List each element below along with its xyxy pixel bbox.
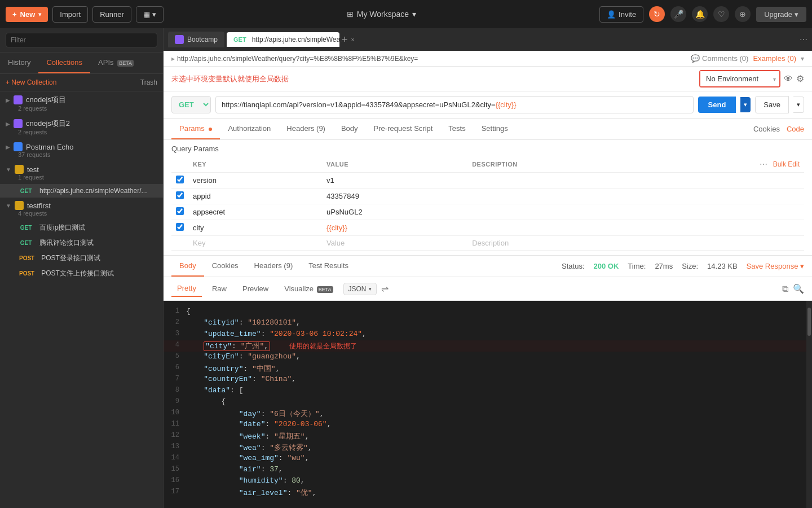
tab-bootcamp[interactable]: Bootcamp — [168, 32, 224, 47]
tab-body[interactable]: Body — [333, 119, 366, 139]
code-link[interactable]: Code — [787, 125, 804, 133]
placeholder-value[interactable]: Value — [322, 236, 467, 251]
save-button[interactable]: Save — [755, 96, 789, 113]
method-badge-get: GET — [17, 239, 35, 247]
url-text: https://tianqiapi.com/api?version=v1&app… — [222, 100, 496, 109]
tab-settings[interactable]: Settings — [474, 119, 516, 139]
param-desc[interactable] — [467, 220, 645, 236]
param-value[interactable]: uPsNuGL2 — [322, 204, 467, 220]
param-key[interactable]: city — [188, 220, 322, 236]
table-row-empty: Key Value Description — [171, 236, 804, 251]
param-value[interactable]: 43357849 — [322, 189, 467, 204]
tab-headers[interactable]: Headers (9) — [279, 119, 333, 139]
param-key[interactable]: version — [188, 173, 322, 189]
list-item[interactable]: ▶ Postman Echo 37 requests — [0, 139, 163, 161]
row-checkbox[interactable] — [176, 176, 184, 183]
new-collection-button[interactable]: + New Collection — [6, 78, 56, 86]
body-tab-preview[interactable]: Preview — [237, 281, 274, 296]
tab-authorization[interactable]: Authorization — [220, 119, 279, 139]
resp-tab-right: Status: 200 OK Time: 27ms Size: 14.23 KB… — [562, 262, 804, 270]
row-checkbox[interactable] — [176, 191, 184, 199]
environment-select[interactable]: No Environment — [700, 71, 779, 86]
request-name: 百度ip接口测试 — [39, 223, 85, 233]
mic-icon[interactable]: 🎤 — [670, 6, 686, 22]
cookies-link[interactable]: Cookies — [753, 125, 780, 133]
response-tabs-bar: Body Cookies Headers (9) Test Results St… — [164, 256, 812, 277]
row-checkbox[interactable] — [176, 223, 184, 231]
param-desc[interactable] — [467, 189, 645, 204]
plus-icon: + — [12, 10, 17, 19]
layout-button[interactable]: ▦ ▾ — [136, 6, 164, 23]
new-button[interactable]: + New ▾ — [6, 7, 48, 22]
list-item[interactable]: ▼ testfirst 4 requests — [0, 198, 163, 220]
method-select[interactable]: GET — [171, 96, 211, 113]
tab-active-request[interactable]: GET http://apis.juhe.cn/simpleWeat... × — [227, 32, 339, 47]
param-value[interactable]: v1 — [322, 173, 467, 189]
copy-icon-button[interactable]: ⧉ — [782, 283, 788, 294]
search-icon-button[interactable]: 🔍 — [793, 283, 804, 294]
request-item[interactable]: POST POST文件上传接口测试 — [0, 266, 163, 281]
request-name: http://apis.juhe.cn/simpleWeather/... — [39, 187, 147, 195]
eye-icon-button[interactable]: 👁 — [784, 74, 793, 84]
request-item[interactable]: POST POST登录接口测试 — [0, 251, 163, 266]
workspace-selector[interactable]: ⊞ My Workspace ▾ — [168, 10, 595, 19]
list-item[interactable]: ▶ cnodejs项目2 2 requests — [0, 115, 163, 139]
upgrade-button[interactable]: Upgrade ▾ — [756, 7, 806, 22]
collection-meta: 2 requests — [18, 129, 157, 135]
send-button[interactable]: Send — [698, 97, 736, 113]
trash-button[interactable]: Trash — [140, 78, 157, 86]
param-value-orange[interactable]: {{city}} — [322, 220, 467, 236]
tab-tests[interactable]: Tests — [440, 119, 473, 139]
code-view[interactable]: 1 { 2 "cityid": "101280101", 3 "update_t… — [164, 301, 812, 508]
resp-tab-test-results[interactable]: Test Results — [301, 256, 356, 277]
tab-pre-request[interactable]: Pre-request Script — [366, 119, 441, 139]
close-icon[interactable]: × — [351, 37, 355, 43]
body-tab-raw[interactable]: Raw — [206, 281, 232, 296]
notification-icon[interactable]: 🔔 — [692, 6, 708, 22]
runner-button[interactable]: Runner — [92, 6, 131, 23]
heart-icon[interactable]: ♡ — [713, 6, 729, 22]
filter-icon-button[interactable]: ⇌ — [381, 283, 389, 294]
request-item[interactable]: GET 百度ip接口测试 — [0, 220, 163, 235]
param-desc[interactable] — [467, 173, 645, 189]
tab-collections[interactable]: Collections — [38, 52, 90, 73]
examples-link[interactable]: Examples (0) — [753, 54, 796, 63]
url-display[interactable]: https://tianqiapi.com/api?version=v1&app… — [215, 96, 694, 113]
tab-params[interactable]: Params — [171, 119, 220, 139]
param-key[interactable]: appid — [188, 189, 322, 204]
tab-history[interactable]: History — [0, 52, 38, 73]
code-line: 12 "week": "星期五", — [164, 431, 812, 442]
resp-tab-cookies[interactable]: Cookies — [204, 256, 246, 277]
search-input[interactable] — [6, 33, 157, 47]
invite-button[interactable]: 👤 Invite — [599, 6, 643, 23]
dots-icon[interactable]: ⋯ — [800, 35, 807, 44]
row-checkbox[interactable] — [176, 207, 184, 215]
comments-link[interactable]: 💬 Comments (0) — [691, 54, 748, 63]
resp-tab-headers[interactable]: Headers (9) — [246, 256, 301, 277]
sync-icon[interactable]: ↻ — [649, 6, 665, 22]
body-tab-pretty[interactable]: Pretty — [171, 281, 202, 297]
add-circle-icon[interactable]: ⊕ — [735, 6, 751, 22]
send-dropdown-button[interactable]: ▾ — [740, 97, 751, 112]
import-button[interactable]: Import — [52, 6, 88, 23]
resp-tab-body[interactable]: Body — [171, 256, 204, 277]
settings-icon-button[interactable]: ⚙ — [796, 73, 804, 84]
param-key[interactable]: appsecret — [188, 204, 322, 220]
add-tab-button[interactable]: + — [342, 34, 348, 46]
req-tab-right: Cookies Code — [753, 125, 804, 133]
save-response-button[interactable]: Save Response ▾ — [747, 262, 804, 270]
param-desc[interactable] — [467, 204, 645, 220]
request-item[interactable]: GET http://apis.juhe.cn/simpleWeather/..… — [0, 184, 163, 198]
list-item[interactable]: ▶ cnodejs项目 2 requests — [0, 91, 163, 115]
bulk-edit-button[interactable]: Bulk Edit — [773, 160, 800, 168]
body-tab-visualize[interactable]: Visualize BETA — [279, 281, 338, 296]
placeholder-key[interactable]: Key — [188, 236, 322, 251]
request-item[interactable]: GET 腾讯评论接口测试 — [0, 235, 163, 251]
tab-apis[interactable]: APIs BETA — [90, 52, 142, 73]
scrollbar[interactable] — [806, 301, 812, 508]
list-item[interactable]: ▼ test 1 request — [0, 161, 163, 184]
format-select[interactable]: JSON ▾ — [343, 283, 377, 295]
placeholder-desc[interactable]: Description — [467, 236, 645, 251]
dots-button[interactable]: ⋯ — [760, 160, 767, 169]
save-dropdown-button[interactable]: ▾ — [793, 97, 804, 113]
